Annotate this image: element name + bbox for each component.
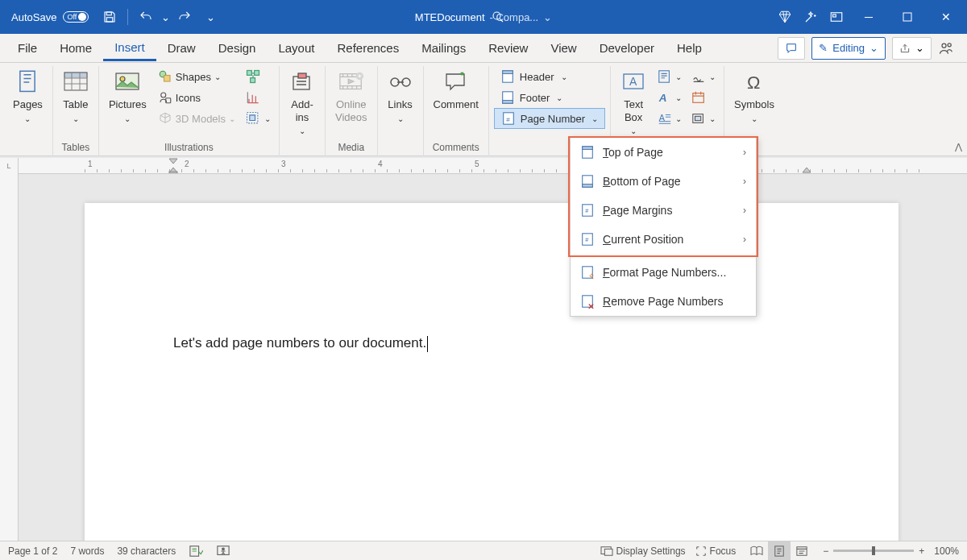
minimize-button[interactable]: ─ (851, 0, 886, 34)
document-title: MTEDocument - Compa...⌄ (415, 11, 552, 23)
tab-layout[interactable]: Layout (267, 36, 326, 60)
screenshot-button[interactable]: ⌄ (242, 108, 274, 129)
dd-top-of-page[interactable]: Top of Page› (571, 138, 756, 167)
drop-cap-button[interactable]: A⌄ (654, 108, 685, 129)
svg-rect-45 (583, 185, 593, 188)
chart-button[interactable] (242, 87, 274, 108)
text-box-button[interactable]: A Text Box⌄ (616, 66, 651, 139)
print-layout-button[interactable] (768, 541, 791, 561)
svg-rect-52 (169, 172, 177, 173)
comment-icon (443, 69, 469, 95)
vertical-ruler[interactable] (0, 174, 19, 541)
tab-file[interactable]: File (6, 36, 48, 60)
symbols-button[interactable]: Ω Symbols⌄ (729, 66, 779, 127)
display-settings-button[interactable]: Display Settings (600, 545, 686, 557)
tab-developer[interactable]: Developer (588, 36, 666, 60)
svg-rect-35 (659, 71, 670, 82)
footer-button[interactable]: Footer⌄ (494, 87, 605, 108)
status-chars[interactable]: 39 characters (117, 545, 176, 557)
search-icon[interactable] (487, 6, 509, 28)
tab-view[interactable]: View (539, 36, 587, 60)
share-button[interactable]: ⌄ (892, 37, 932, 60)
links-button[interactable]: Links⌄ (383, 66, 418, 127)
svg-point-12 (120, 77, 125, 81)
zoom-level[interactable]: 100% (934, 545, 959, 557)
link-icon (388, 69, 413, 95)
save-icon[interactable] (98, 6, 121, 28)
dd-current-position[interactable]: #Current Position› (571, 225, 756, 254)
object-button[interactable]: ⌄ (688, 108, 719, 129)
tab-draw[interactable]: Draw (156, 36, 207, 60)
status-spelling-icon[interactable] (189, 545, 203, 558)
document-area: L 1234567 Let's add page numbers to our … (0, 158, 967, 541)
zoom-slider[interactable]: − + (823, 545, 924, 557)
header-button[interactable]: Header⌄ (494, 66, 605, 87)
pictures-button[interactable]: Pictures⌄ (104, 66, 151, 127)
textbox-icon: A (620, 69, 646, 95)
ribbon-display-icon[interactable] (825, 6, 848, 28)
svg-rect-0 (107, 12, 112, 15)
svg-text:#: # (585, 207, 588, 214)
addins-button[interactable]: Add- ins⌄ (284, 66, 320, 139)
undo-button[interactable] (135, 6, 157, 28)
status-page[interactable]: Page 1 of 2 (8, 545, 57, 557)
svg-rect-43 (583, 147, 593, 150)
icons-button[interactable]: Icons (155, 87, 239, 108)
status-bar: Page 1 of 2 7 words 39 characters Displa… (0, 541, 967, 560)
quick-parts-button[interactable]: ⌄ (654, 66, 685, 87)
tab-references[interactable]: References (326, 36, 410, 60)
table-button[interactable]: Table⌄ (58, 66, 93, 127)
toggle-off-icon: Off (63, 11, 89, 23)
tab-design[interactable]: Design (207, 36, 268, 60)
focus-button[interactable]: Focus (695, 545, 737, 557)
collapse-ribbon-button[interactable]: ⋀ (955, 142, 962, 152)
editing-mode-button[interactable]: ✎Editing⌄ (811, 37, 886, 60)
ribbon-tabs: File Home Insert Draw Design Layout Refe… (0, 34, 967, 63)
dd-remove-page-numbers[interactable]: Remove Page Numbers (571, 287, 756, 316)
status-words[interactable]: 7 words (70, 545, 104, 557)
tab-mailings[interactable]: Mailings (410, 36, 477, 60)
wand-icon[interactable] (799, 6, 822, 28)
shapes-button[interactable]: Shapes⌄ (155, 66, 239, 87)
tab-home[interactable]: Home (48, 36, 103, 60)
status-accessibility-icon[interactable] (216, 545, 230, 558)
group-media: Online Videos Media (326, 66, 378, 156)
close-button[interactable]: ✕ (928, 0, 964, 34)
horizontal-ruler[interactable]: 1234567 (19, 158, 967, 174)
document-page[interactable]: Let's add page numbers to our document. (85, 203, 899, 550)
undo-dropdown[interactable]: ⌄ (160, 6, 170, 28)
zoom-in-button[interactable]: + (919, 545, 924, 557)
read-mode-button[interactable] (745, 541, 768, 561)
zoom-out-button[interactable]: − (823, 545, 828, 557)
tab-help[interactable]: Help (666, 36, 713, 60)
tab-insert[interactable]: Insert (103, 35, 156, 61)
date-time-button[interactable] (688, 87, 719, 108)
title-bar: AutoSave Off ⌄ ⌄ MTEDocument - Compa...⌄… (0, 0, 967, 34)
svg-rect-17 (247, 71, 251, 76)
autosave-toggle[interactable]: AutoSave Off (11, 11, 89, 23)
tab-review[interactable]: Review (477, 36, 539, 60)
dd-page-margins[interactable]: #Page Margins› (571, 196, 756, 225)
redo-button[interactable] (173, 6, 196, 28)
comment-button[interactable]: Comment (429, 66, 484, 114)
page-icon (15, 69, 40, 95)
diamond-icon[interactable] (774, 6, 796, 28)
svg-point-55 (222, 548, 225, 550)
group-addins: Add- ins⌄ . (280, 66, 326, 156)
qat-customize[interactable]: ⌄ (199, 6, 222, 28)
document-body-text[interactable]: Let's add page numbers to our document. (173, 335, 428, 352)
web-layout-button[interactable] (791, 541, 813, 561)
wordart-button[interactable]: A⌄ (654, 87, 685, 108)
smartart-button[interactable] (242, 66, 274, 87)
account-icon[interactable] (938, 40, 961, 56)
signature-line-button[interactable]: ⌄ (688, 66, 719, 87)
3d-models-button[interactable]: 3D Models⌄ (155, 108, 239, 129)
maximize-button[interactable] (890, 0, 925, 34)
omega-icon: Ω (741, 69, 767, 95)
pages-button[interactable]: Pages⌄ (8, 66, 48, 127)
dd-format-page-numbers[interactable]: Format Page Numbers... (571, 258, 756, 287)
comments-pane-button[interactable] (778, 37, 805, 60)
svg-rect-22 (298, 73, 306, 78)
page-number-button[interactable]: #Page Number⌄ (494, 108, 605, 129)
dd-bottom-of-page[interactable]: Bottom of Page› (571, 167, 756, 196)
